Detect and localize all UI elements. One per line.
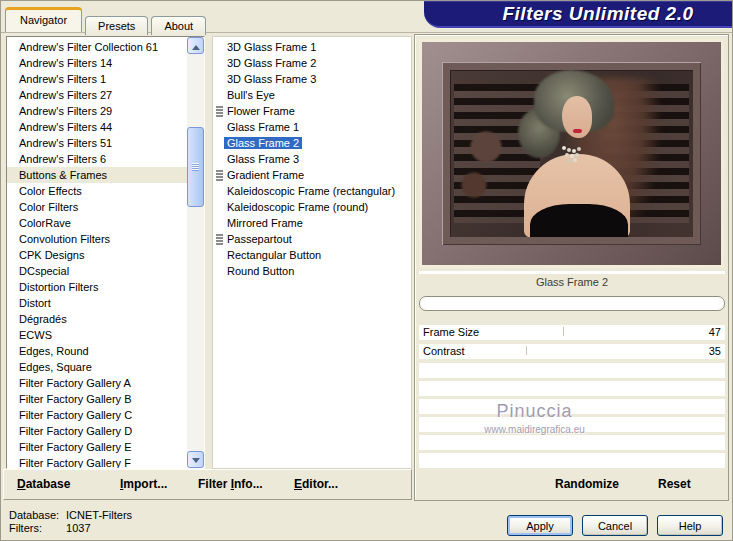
filter-list-item[interactable]: Glass Frame 2 bbox=[213, 135, 411, 151]
filter-list-item[interactable]: Rectangular Button bbox=[213, 247, 411, 263]
filter-list-item[interactable]: Gradient Frame bbox=[213, 167, 411, 183]
slider-row[interactable] bbox=[419, 453, 725, 468]
filter-info-button[interactable]: Filter Info... bbox=[198, 470, 263, 498]
slider-row[interactable] bbox=[419, 363, 725, 378]
slider-row[interactable]: Frame Size 47 bbox=[419, 325, 725, 340]
category-list-item[interactable]: Edges, Round bbox=[7, 343, 187, 359]
slider-row[interactable]: Contrast 35 bbox=[419, 344, 725, 359]
category-label: Andrew's Filters 1 bbox=[19, 73, 106, 85]
category-label: Andrew's Filters 29 bbox=[19, 105, 112, 117]
category-list-item[interactable]: Color Filters bbox=[7, 199, 187, 215]
slider-row[interactable] bbox=[419, 417, 725, 432]
category-list-item[interactable]: CPK Designs bbox=[7, 247, 187, 263]
editor-mnemonic: E bbox=[294, 477, 302, 491]
tab[interactable]: About bbox=[151, 16, 206, 35]
category-list-item[interactable]: Andrew's Filters 6 bbox=[7, 151, 187, 167]
import-button[interactable]: Import... bbox=[120, 470, 167, 498]
category-list-item[interactable]: Buttons & Frames bbox=[7, 167, 187, 183]
category-list-item[interactable]: Filter Factory Gallery E bbox=[7, 439, 187, 455]
tab-bar: Navigator Presets About bbox=[5, 7, 209, 33]
tab[interactable]: Presets bbox=[85, 16, 148, 35]
preview-actions-row: Randomize Reset bbox=[415, 470, 728, 494]
category-list-item[interactable]: Andrew's Filters 44 bbox=[7, 119, 187, 135]
slider-tick bbox=[526, 346, 527, 355]
filter-list-item[interactable]: 3D Glass Frame 1 bbox=[213, 39, 411, 55]
filter-list-item[interactable]: Kaleidoscopic Frame (rectangular) bbox=[213, 183, 411, 199]
slider-value: 35 bbox=[709, 345, 721, 358]
database-mnemonic: D bbox=[17, 477, 26, 491]
randomize-button[interactable]: Randomize bbox=[555, 470, 619, 498]
reset-button[interactable]: Reset bbox=[658, 470, 691, 498]
slider-row[interactable] bbox=[419, 381, 725, 396]
category-list-item[interactable]: Andrew's Filters 1 bbox=[7, 71, 187, 87]
category-label: Filter Factory Gallery D bbox=[19, 425, 132, 437]
category-label: Color Effects bbox=[19, 185, 82, 197]
cancel-button[interactable]: Cancel bbox=[582, 515, 648, 536]
filter-list-item[interactable]: Mirrored Frame bbox=[213, 215, 411, 231]
filter-list-item[interactable]: 3D Glass Frame 2 bbox=[213, 55, 411, 71]
category-list-item[interactable]: Convolution Filters bbox=[7, 231, 187, 247]
slider-label: Frame Size bbox=[423, 326, 479, 339]
scrollbar-up-button[interactable] bbox=[187, 37, 204, 54]
category-list-item[interactable]: Distort bbox=[7, 295, 187, 311]
bottom-toolbar: Database Import... Filter Info... Editor… bbox=[3, 469, 412, 500]
filter-list-item[interactable]: 3D Glass Frame 3 bbox=[213, 71, 411, 87]
category-list-item[interactable]: ColorRave bbox=[7, 215, 187, 231]
category-list-item[interactable]: Filter Factory Gallery A bbox=[7, 375, 187, 391]
apply-button[interactable]: Apply bbox=[507, 515, 573, 536]
preview-image bbox=[419, 39, 724, 268]
filter-list-item[interactable]: Bull's Eye bbox=[213, 87, 411, 103]
scrollbar-track[interactable] bbox=[187, 54, 204, 451]
filter-label: Passepartout bbox=[227, 233, 292, 245]
preview-woman-corset bbox=[530, 204, 628, 237]
filter-list-item[interactable]: Glass Frame 3 bbox=[213, 151, 411, 167]
category-label: Filter Factory Gallery F bbox=[19, 457, 131, 468]
slider-row[interactable] bbox=[419, 435, 725, 450]
help-button[interactable]: Help bbox=[657, 515, 723, 536]
category-label: ColorRave bbox=[19, 217, 71, 229]
filter-list-item[interactable]: Passepartout bbox=[213, 231, 411, 247]
tab[interactable]: Navigator bbox=[5, 7, 82, 32]
category-list-item[interactable]: Andrew's Filters 29 bbox=[7, 103, 187, 119]
editor-button[interactable]: Editor... bbox=[294, 470, 338, 498]
category-scrollbar bbox=[187, 37, 204, 468]
filters-count-label: Filters: bbox=[9, 522, 63, 535]
scrollbar-thumb[interactable] bbox=[187, 127, 204, 207]
category-list-item[interactable]: Filter Factory Gallery D bbox=[7, 423, 187, 439]
category-list-item[interactable]: ECWS bbox=[7, 327, 187, 343]
category-list-item[interactable]: Distortion Filters bbox=[7, 279, 187, 295]
editor-label: ditor... bbox=[302, 477, 338, 491]
category-list-item[interactable]: Edges, Square bbox=[7, 359, 187, 375]
category-list-panel: Andrew's Filter Collection 61 Andrew's F… bbox=[6, 36, 205, 469]
category-list-item[interactable]: Filter Factory Gallery C bbox=[7, 407, 187, 423]
slider-value: 47 bbox=[709, 326, 721, 339]
filter-info-prefix: Filter bbox=[198, 477, 231, 491]
category-list-item[interactable]: Filter Factory Gallery B bbox=[7, 391, 187, 407]
filter-list-item[interactable]: Flower Frame bbox=[213, 103, 411, 119]
slider-row[interactable] bbox=[419, 399, 725, 414]
filter-list-item[interactable]: Kaleidoscopic Frame (round) bbox=[213, 199, 411, 215]
filter-list-item[interactable]: Glass Frame 1 bbox=[213, 119, 411, 135]
category-list-item[interactable]: Andrew's Filter Collection 61 bbox=[7, 39, 187, 55]
category-list-item[interactable]: Andrew's Filters 27 bbox=[7, 87, 187, 103]
status-filters-row: Filters: 1037 bbox=[9, 522, 132, 535]
scrollbar-down-button[interactable] bbox=[187, 451, 204, 468]
category-list-item[interactable]: DCspecial bbox=[7, 263, 187, 279]
category-label: Convolution Filters bbox=[19, 233, 110, 245]
category-label: Edges, Round bbox=[19, 345, 89, 357]
category-list-item[interactable]: Andrew's Filters 14 bbox=[7, 55, 187, 71]
database-button[interactable]: Database bbox=[17, 470, 70, 498]
category-label: Filter Factory Gallery E bbox=[19, 441, 131, 453]
preview-panel: Glass Frame 2 Frame Size 47 Contrast 35 bbox=[414, 34, 729, 501]
preview-woman-necklace bbox=[562, 146, 566, 150]
category-list-item[interactable]: Color Effects bbox=[7, 183, 187, 199]
slider-label: Contrast bbox=[423, 345, 465, 358]
progress-bar bbox=[419, 296, 725, 311]
filter-label: Flower Frame bbox=[227, 105, 295, 117]
category-label: Andrew's Filters 14 bbox=[19, 57, 112, 69]
category-list-item[interactable]: Andrew's Filters 51 bbox=[7, 135, 187, 151]
category-list-item[interactable]: Filter Factory Gallery F bbox=[7, 455, 187, 468]
tab-label: About bbox=[164, 20, 193, 32]
filter-list-item[interactable]: Round Button bbox=[213, 263, 411, 279]
category-list-item[interactable]: Dégradés bbox=[7, 311, 187, 327]
